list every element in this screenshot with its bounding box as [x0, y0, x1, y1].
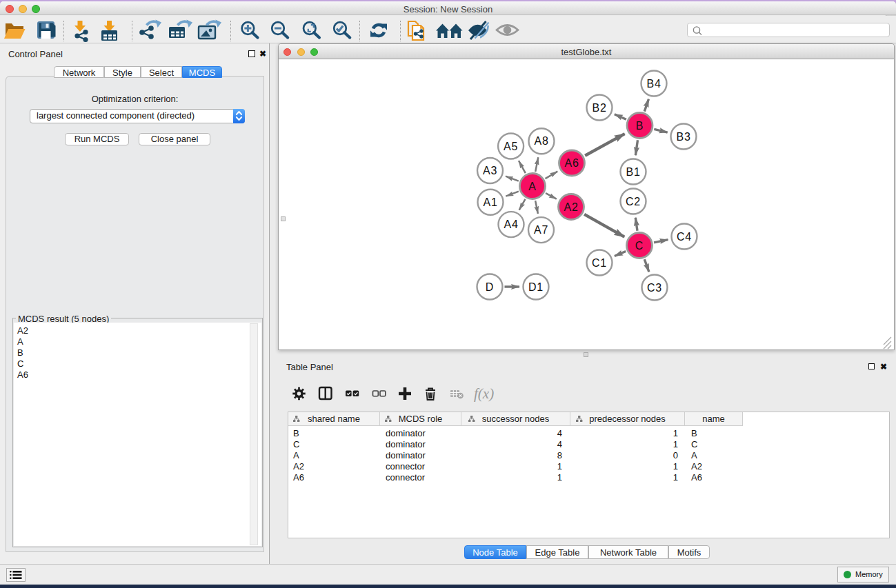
svg-text:D1: D1 — [528, 281, 544, 293]
svg-text:C: C — [635, 240, 644, 252]
svg-text:A4: A4 — [504, 219, 518, 230]
svg-text:A2: A2 — [564, 201, 578, 213]
svg-text:A6: A6 — [564, 157, 579, 169]
svg-text:B: B — [636, 120, 644, 132]
svg-text:A8: A8 — [534, 135, 548, 147]
svg-text:B2: B2 — [592, 102, 606, 114]
svg-text:C3: C3 — [647, 282, 662, 294]
svg-text:B1: B1 — [626, 166, 640, 178]
svg-text:A5: A5 — [504, 141, 518, 152]
svg-text:C1: C1 — [592, 257, 607, 269]
svg-text:C2: C2 — [626, 196, 641, 207]
svg-text:B3: B3 — [676, 131, 690, 143]
svg-text:A: A — [528, 181, 536, 192]
svg-text:A1: A1 — [483, 196, 497, 208]
svg-text:C4: C4 — [677, 231, 692, 243]
svg-text:A3: A3 — [483, 165, 497, 176]
svg-text:D: D — [486, 281, 494, 293]
svg-text:B4: B4 — [646, 78, 661, 90]
svg-text:A7: A7 — [534, 224, 548, 236]
svg-text:f(x): f(x) — [474, 385, 494, 402]
